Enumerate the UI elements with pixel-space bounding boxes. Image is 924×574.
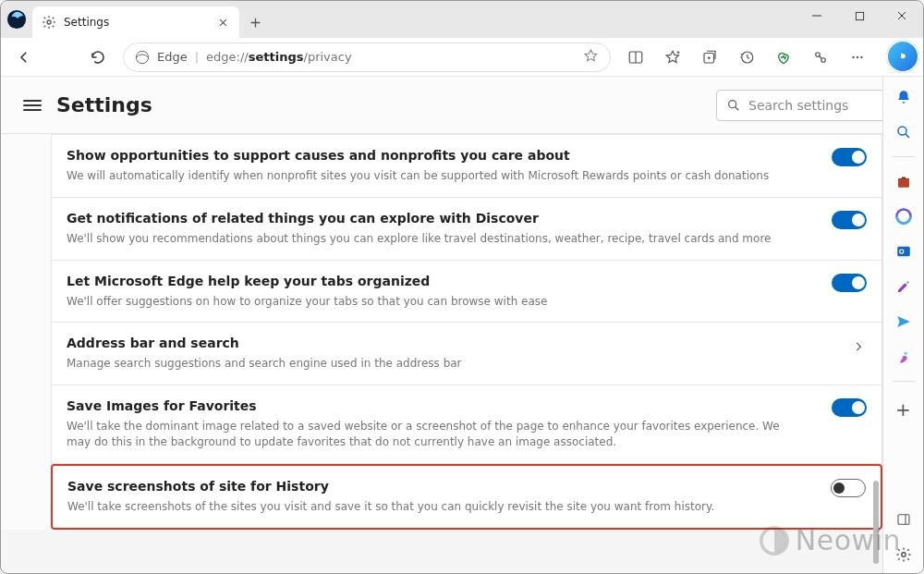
settings-row-desc: We'll take screenshots of the sites you … — [67, 499, 788, 515]
sidebar-settings-icon[interactable] — [893, 543, 915, 566]
svg-point-19 — [900, 250, 903, 253]
sidebar-send-icon[interactable] — [893, 311, 915, 333]
maximize-button[interactable] — [838, 1, 881, 31]
settings-row-title: Let Microsoft Edge help keep your tabs o… — [67, 274, 867, 288]
settings-row-title: Get notifications of related things you … — [67, 211, 867, 226]
sidebar-shopping-icon[interactable] — [893, 170, 915, 192]
settings-row-desc: We'll take the dominant image related to… — [67, 419, 787, 450]
svg-point-9 — [852, 55, 854, 57]
sidebar-add-button[interactable]: + — [895, 398, 911, 421]
address-site-label: Edge — [157, 50, 188, 64]
sidebar-copilot-icon[interactable] — [893, 205, 915, 227]
settings-row: Save screenshots of site for HistoryWe'l… — [51, 464, 882, 530]
sidebar-search-icon[interactable] — [893, 121, 915, 143]
settings-row-title: Save Images for Favorites — [67, 398, 867, 413]
svg-rect-2 — [856, 12, 863, 19]
close-tab-button[interactable] — [215, 15, 230, 30]
sidebar-outlook-icon[interactable] — [893, 240, 915, 263]
collections-icon[interactable] — [692, 42, 727, 73]
settings-row: Show opportunities to support causes and… — [51, 134, 882, 198]
app-icon — [1, 1, 32, 38]
svg-point-13 — [898, 127, 906, 135]
svg-point-3 — [136, 51, 148, 63]
edge-sidebar: + — [882, 77, 923, 573]
settings-row-title: Show opportunities to support causes and… — [67, 148, 867, 163]
search-placeholder: Search settings — [748, 98, 848, 113]
settings-row-desc: We will automatically identify when nonp… — [67, 168, 787, 184]
tab-title: Settings — [64, 16, 208, 29]
settings-row-title: Save screenshots of site for History — [67, 479, 866, 494]
more-icon[interactable] — [840, 42, 875, 73]
svg-point-10 — [857, 55, 858, 57]
sidebar-edit-icon[interactable] — [893, 275, 915, 298]
settings-row-desc: We'll offer suggestions on how to organi… — [67, 294, 787, 310]
page-title: Settings — [56, 93, 152, 116]
performance-icon[interactable] — [766, 42, 801, 73]
neowin-logo-icon — [759, 525, 790, 556]
titlebar: Settings — [1, 1, 923, 38]
toggle-switch[interactable] — [832, 398, 867, 417]
bing-chat-button[interactable] — [886, 40, 919, 73]
extensions-icon[interactable] — [803, 42, 838, 73]
history-icon[interactable] — [729, 42, 764, 73]
edge-icon — [135, 50, 150, 65]
scrollbar-thumb[interactable] — [873, 481, 879, 564]
sidebar-designer-icon[interactable] — [893, 346, 915, 368]
minimize-button[interactable] — [796, 1, 838, 31]
settings-search-input[interactable]: Search settings — [716, 90, 901, 121]
settings-row: Let Microsoft Edge help keep your tabs o… — [51, 261, 882, 324]
toolbar: Edge | edge://settings/privacy — [1, 38, 923, 77]
settings-header: Settings Search settings — [1, 77, 923, 134]
split-screen-icon[interactable] — [618, 42, 653, 73]
address-url: edge://settings/privacy — [206, 50, 351, 64]
svg-point-1 — [47, 20, 51, 24]
settings-row-title: Address bar and search — [67, 336, 867, 350]
svg-rect-14 — [901, 177, 906, 179]
new-tab-button[interactable] — [239, 6, 271, 38]
sidebar-alerts-icon[interactable] — [893, 86, 915, 108]
settings-list: Show opportunities to support causes and… — [1, 134, 882, 530]
settings-row: Save Images for FavoritesWe'll take the … — [51, 385, 882, 464]
search-icon — [726, 98, 741, 113]
svg-point-20 — [904, 352, 906, 355]
window-controls — [796, 1, 923, 31]
refresh-button[interactable] — [80, 42, 116, 73]
toggle-switch[interactable] — [832, 274, 867, 292]
favorite-icon[interactable] — [583, 48, 599, 67]
back-button[interactable] — [6, 42, 42, 73]
chevron-right-icon — [852, 339, 865, 357]
settings-row-desc: We'll show you recommendations about thi… — [67, 231, 787, 247]
svg-point-12 — [729, 100, 736, 107]
svg-point-22 — [901, 553, 906, 557]
settings-row: Get notifications of related things you … — [51, 198, 882, 261]
settings-row[interactable]: Address bar and searchManage search sugg… — [51, 323, 882, 385]
svg-point-23 — [761, 527, 787, 553]
toggle-switch[interactable] — [831, 479, 866, 497]
favorites-icon[interactable] — [655, 42, 690, 73]
hamburger-menu-button[interactable] — [23, 100, 42, 111]
settings-row-desc: Manage search suggestions and search eng… — [67, 356, 787, 372]
svg-point-11 — [860, 55, 862, 57]
sidebar-panel-icon[interactable] — [893, 508, 915, 531]
address-bar[interactable]: Edge | edge://settings/privacy — [123, 43, 611, 72]
close-window-button[interactable] — [881, 1, 923, 31]
browser-tab[interactable]: Settings — [32, 6, 239, 38]
toggle-switch[interactable] — [832, 148, 867, 166]
toggle-switch[interactable] — [832, 211, 867, 229]
gear-icon — [42, 15, 56, 30]
svg-rect-21 — [898, 515, 909, 525]
